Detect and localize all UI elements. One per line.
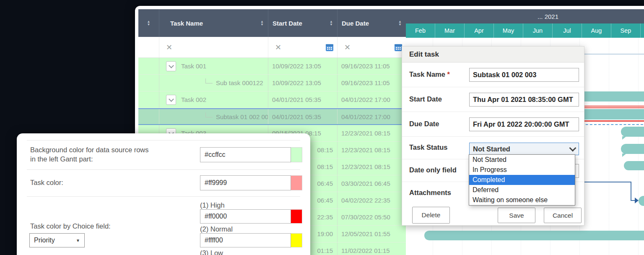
timeline-month: Jun	[523, 23, 553, 38]
delete-button[interactable]: Delete	[412, 207, 450, 224]
timeline-month: Feb	[406, 23, 435, 38]
due-date-cell: 09/16/2023 11:05	[338, 58, 406, 74]
task-color-label: Task color:	[30, 178, 63, 187]
sort-icon[interactable]: ▲▼	[330, 20, 333, 26]
column-header-select: ▲▼	[138, 9, 159, 37]
clear-filter-icon[interactable]: ✕	[166, 43, 172, 52]
priority-select-value: Priority	[34, 237, 55, 244]
choice-field-label: Task color by Choice field:	[30, 221, 111, 231]
cancel-button[interactable]: Cancel	[544, 208, 582, 223]
timeline-month: May	[494, 23, 523, 38]
divider	[27, 169, 300, 170]
due-date-cell: 03/30/2021 06:45	[338, 175, 406, 192]
dialog-title: Edit task	[409, 50, 439, 59]
gantt-bar-bottom[interactable]	[424, 231, 644, 240]
clear-filter-icon[interactable]: ✕	[275, 43, 281, 52]
status-option-in-progress[interactable]: In Progress	[469, 165, 575, 175]
filter-cell-due-date[interactable]: ✕	[338, 37, 406, 57]
expand-chevron-icon[interactable]	[166, 95, 176, 105]
timeline-year-band: ... 2021	[406, 9, 644, 23]
calendar-icon[interactable]	[325, 43, 334, 52]
start-date-field-label: Start Date	[409, 95, 442, 103]
sort-icon[interactable]: ▲▼	[260, 20, 264, 26]
bg-color-swatch	[291, 147, 302, 162]
dependency-connector	[631, 182, 631, 201]
table-row[interactable]: Task 002 04/01/2021 05:35 04/01/2022 17:…	[138, 91, 406, 108]
field-row-start-date: Start Date	[402, 87, 584, 112]
task-color-input[interactable]: #ff9999	[200, 175, 291, 190]
gantt-summary-bar[interactable]	[621, 144, 644, 154]
summary-bar-tail	[622, 136, 626, 140]
sort-icon[interactable]: ▲▼	[398, 20, 402, 26]
filter-cell-task-name[interactable]: ✕	[159, 37, 268, 57]
chevron-down-icon	[569, 145, 576, 152]
timeline-month: Mar	[435, 23, 465, 38]
sort-icon[interactable]: ▲▼	[147, 20, 151, 26]
date-only-field-label: Date only field	[409, 166, 457, 174]
due-date-cell: 12/23/2021 08:15	[338, 159, 406, 175]
start-date-input[interactable]	[469, 93, 579, 107]
divider	[27, 196, 300, 197]
divider	[27, 140, 300, 141]
bg-color-label: Background color for data source rows in…	[30, 145, 148, 164]
calendar-icon[interactable]	[394, 43, 402, 52]
task-status-field-label: Task Status	[409, 143, 447, 151]
column-label: Task Name	[170, 20, 203, 27]
summary-bar-tail	[622, 154, 626, 157]
due-date-input[interactable]	[469, 117, 579, 131]
timeline-month-band: Feb Mar Apr May Jun Jul Aug Sep	[406, 23, 644, 38]
gantt-summary-bar[interactable]	[624, 161, 644, 170]
normal-color-swatch	[291, 233, 302, 247]
low-label: (3) Low	[200, 248, 223, 255]
timeline-month: Aug	[582, 23, 611, 38]
column-header-task-name[interactable]: Task Name ▲▼	[159, 9, 268, 37]
field-row-task-name: Task Name *	[402, 62, 584, 87]
table-row[interactable]: Task 001 10/09/2022 13:05 09/16/2023 11:…	[138, 58, 406, 75]
task-name: Task 001	[181, 62, 206, 70]
settings-panel: Background color for data source rows in…	[17, 133, 310, 255]
attachments-field-label: Attachments	[409, 189, 451, 197]
start-date-cell: 04/01/2021 05:35	[268, 91, 338, 108]
task-name: Subtask 01 002 003	[216, 113, 268, 120]
due-date-cell: 12/23/2021 08:15	[338, 125, 406, 141]
due-date-cell: 11/02/2022 01:15	[338, 242, 406, 255]
due-date-cell: 04/01/2022 17:00	[338, 91, 406, 108]
screen: ... 2021 Feb Mar Apr May Jun Jul Aug Sep…	[0, 0, 644, 255]
column-header-start-date[interactable]: Start Date ▲▼	[268, 9, 338, 37]
gantt-summary-bar[interactable]	[621, 127, 644, 137]
expand-chevron-icon[interactable]	[166, 61, 176, 71]
due-date-cell: 09/16/2023 11:05	[338, 75, 406, 91]
table-row-selected[interactable]: Subtask 01 002 003 04/01/2021 05:35 04/0…	[138, 108, 406, 125]
table-header: ▲▼ Task Name ▲▼ Start Date ▲▼ Due Date ▲…	[138, 9, 406, 37]
dialog-header: Edit task	[402, 47, 584, 62]
task-name-input[interactable]	[469, 68, 579, 82]
task-name: Task 002	[181, 96, 206, 103]
task-status-value: Not Started	[473, 145, 510, 153]
high-label: (1) High	[200, 200, 225, 210]
status-option-deferred[interactable]: Deferred	[469, 185, 575, 195]
status-option-waiting[interactable]: Waiting on someone else	[469, 195, 575, 205]
task-status-select[interactable]: Not Started	[469, 143, 579, 155]
task-status-dropdown: Not Started In Progress Completed Deferr…	[469, 154, 575, 206]
filter-cell-start-date[interactable]: ✕	[268, 37, 338, 57]
due-date-cell: 04/01/2022 17:00	[338, 109, 406, 124]
high-color-input[interactable]: #ff0000	[200, 209, 291, 224]
bg-color-input[interactable]: #ccffcc	[200, 147, 291, 162]
timeline-month: Sep	[611, 23, 641, 38]
due-date-cell: 04/02/2022 22:35	[338, 192, 406, 208]
clear-filter-icon[interactable]: ✕	[344, 43, 351, 52]
save-button[interactable]: Save	[498, 208, 535, 223]
column-header-due-date[interactable]: Due Date ▲▼	[338, 9, 406, 37]
start-date-cell: 10/09/2022 13:05	[268, 58, 338, 74]
filter-cell	[138, 37, 159, 57]
due-date-cell: 12/23/2021 08:15	[338, 142, 406, 158]
status-option-not-started[interactable]: Not Started	[469, 155, 575, 165]
normal-color-input[interactable]: #ffff00	[200, 233, 291, 247]
due-date-cell: 12/05/2021 01:55	[338, 226, 406, 242]
status-option-completed[interactable]: Completed	[469, 175, 575, 185]
due-date-cell: 07/30/2022 05:50	[338, 209, 406, 225]
timeline-year-label: ... 2021	[538, 9, 558, 23]
column-label: Due Date	[342, 20, 369, 27]
table-row[interactable]: Sub task 000122 10/09/2022 13:05 09/16/2…	[138, 75, 406, 91]
priority-select[interactable]: Priority ▼	[29, 233, 85, 247]
